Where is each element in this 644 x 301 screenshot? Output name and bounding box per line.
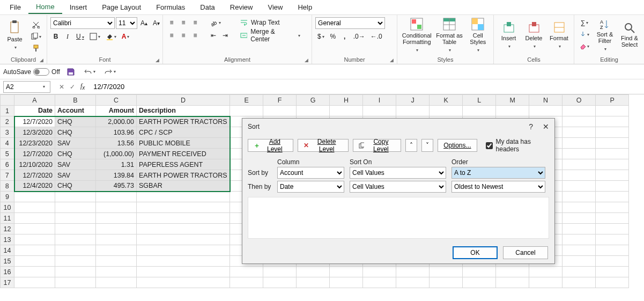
cell[interactable] — [96, 245, 137, 256]
cell[interactable]: 495.73 — [96, 181, 137, 192]
row-header[interactable]: 5 — [1, 149, 14, 159]
cell[interactable] — [596, 234, 629, 245]
col-header-C[interactable]: C — [96, 95, 137, 106]
shrink-font-button[interactable]: A▾ — [151, 18, 162, 28]
align-bottom-button[interactable]: ≡ — [190, 17, 201, 28]
row-header[interactable]: 13 — [1, 234, 14, 245]
cell[interactable]: CHQ — [55, 149, 96, 159]
cell[interactable] — [14, 202, 55, 213]
align-top-button[interactable]: ≡ — [166, 17, 177, 28]
chevron-down-icon[interactable]: ▾ — [40, 84, 48, 89]
col-header-H[interactable]: H — [330, 95, 363, 106]
clear-button[interactable] — [578, 41, 591, 52]
row-header[interactable]: 15 — [1, 256, 14, 267]
fill-color-button[interactable] — [103, 31, 119, 42]
cell[interactable] — [137, 245, 230, 256]
cell[interactable] — [463, 277, 496, 288]
cell[interactable] — [263, 267, 297, 277]
cell[interactable] — [430, 267, 463, 277]
cell[interactable] — [96, 267, 137, 277]
col-header-A[interactable]: A — [14, 95, 55, 106]
name-box-input[interactable] — [4, 83, 40, 91]
dialog-launcher-icon[interactable]: ◢ — [305, 57, 308, 63]
delete-level-button[interactable]: ✕Delete Level — [298, 139, 349, 152]
col-header-D[interactable]: D — [137, 95, 230, 106]
fx-icon[interactable]: fx — [80, 82, 85, 91]
cell[interactable] — [562, 106, 596, 116]
cell[interactable] — [596, 170, 629, 181]
cell[interactable] — [596, 277, 629, 288]
col-header-N[interactable]: N — [529, 95, 562, 106]
menu-help[interactable]: Help — [290, 1, 320, 13]
cell[interactable]: 2,000.00 — [96, 116, 137, 127]
cell[interactable] — [297, 277, 330, 288]
row-header[interactable]: 14 — [1, 245, 14, 256]
cell[interactable]: PAYMENT RECEIVED — [137, 149, 230, 159]
cell[interactable] — [96, 234, 137, 245]
cell[interactable]: CHQ — [55, 127, 96, 138]
cancel-formula-button[interactable]: ✕ — [59, 83, 64, 91]
cell[interactable] — [55, 245, 96, 256]
row-header[interactable]: 6 — [1, 159, 14, 170]
orientation-button[interactable]: ab — [208, 17, 223, 28]
cell[interactable] — [562, 256, 596, 267]
cell[interactable]: 139.84 — [96, 170, 137, 181]
cell[interactable]: 12/4/2020 — [14, 181, 55, 192]
cell[interactable] — [55, 202, 96, 213]
number-format-select[interactable]: General — [315, 17, 385, 29]
row-header[interactable]: 16 — [1, 267, 14, 277]
cell[interactable] — [596, 224, 629, 234]
sort-order-select[interactable]: A to Z — [451, 167, 545, 179]
row-header[interactable]: 4 — [1, 138, 14, 149]
cell[interactable]: PAPERLESS AGENT — [137, 159, 230, 170]
cell[interactable] — [363, 267, 396, 277]
cell[interactable] — [596, 245, 629, 256]
cell[interactable] — [230, 277, 263, 288]
add-level-button[interactable]: ＋Add Level — [248, 139, 293, 152]
menu-data[interactable]: Data — [193, 1, 222, 13]
increase-indent-button[interactable]: ⇥ — [220, 30, 231, 41]
cell[interactable] — [529, 106, 562, 116]
cell[interactable] — [137, 192, 230, 202]
menu-formulas[interactable]: Formulas — [149, 1, 193, 13]
col-header-M[interactable]: M — [496, 95, 529, 106]
cell[interactable] — [562, 127, 596, 138]
cell[interactable] — [562, 181, 596, 192]
cell[interactable] — [363, 106, 396, 116]
cell[interactable] — [562, 202, 596, 213]
cell[interactable] — [430, 106, 463, 116]
grow-font-button[interactable]: A▴ — [138, 18, 150, 28]
col-header-K[interactable]: K — [430, 95, 463, 106]
cell[interactable] — [562, 192, 596, 202]
increase-decimal-button[interactable]: .0→ — [351, 31, 367, 42]
cell[interactable]: SAV — [55, 159, 96, 170]
cell[interactable] — [562, 170, 596, 181]
close-button[interactable]: ✕ — [543, 122, 549, 131]
cell[interactable] — [596, 116, 629, 127]
cell[interactable] — [596, 106, 629, 116]
cell[interactable] — [496, 267, 529, 277]
help-button[interactable]: ? — [529, 122, 533, 131]
cell[interactable] — [562, 234, 596, 245]
format-as-table-button[interactable]: Format as Table — [435, 17, 464, 53]
decrease-decimal-button[interactable]: ←.0 — [368, 31, 384, 42]
cell[interactable] — [396, 106, 430, 116]
cell[interactable]: 103.96 — [96, 127, 137, 138]
cell[interactable] — [14, 192, 55, 202]
cell[interactable] — [297, 106, 330, 116]
enter-formula-button[interactable]: ✓ — [70, 83, 75, 91]
row-header[interactable]: 11 — [1, 213, 14, 224]
cell[interactable] — [596, 213, 629, 224]
col-header-B[interactable]: B — [55, 95, 96, 106]
cell[interactable] — [14, 245, 55, 256]
conditional-formatting-button[interactable]: Conditional Formatting — [401, 17, 433, 53]
cell[interactable]: SGBAR — [137, 181, 230, 192]
cell[interactable] — [137, 234, 230, 245]
cell[interactable] — [14, 277, 55, 288]
col-header-P[interactable]: P — [596, 95, 629, 106]
cell[interactable] — [596, 202, 629, 213]
cell[interactable] — [596, 149, 629, 159]
name-box[interactable]: ▾ — [3, 81, 50, 93]
align-middle-button[interactable]: ≡ — [178, 17, 189, 28]
border-button[interactable] — [87, 31, 102, 42]
